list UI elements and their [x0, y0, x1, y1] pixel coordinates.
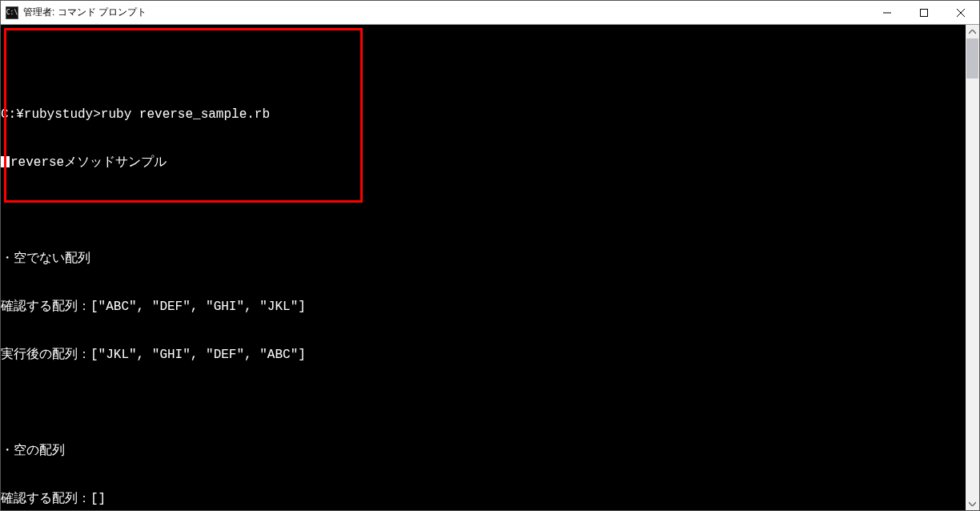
output-line: ・空でない配列 [1, 251, 965, 267]
prompt-text: C:¥rubystudy> [1, 107, 101, 122]
scroll-down-button[interactable] [966, 497, 979, 510]
vertical-scrollbar[interactable] [966, 25, 979, 510]
minimize-button[interactable] [869, 1, 906, 24]
output-line: 実行後の配列：["JKL", "GHI", "DEF", "ABC"] [1, 347, 965, 363]
output-text: 確認する配列：["ABC", "DEF", "GHI", "JKL"] [1, 300, 306, 314]
scroll-track[interactable] [966, 38, 979, 497]
block-char-icon [1, 156, 10, 167]
output-text: 確認する配列：[] [1, 492, 106, 506]
window-controls [869, 1, 979, 24]
scroll-thumb[interactable] [966, 38, 978, 78]
output-text: 実行後の配列：["JKL", "GHI", "DEF", "ABC"] [1, 348, 306, 362]
output-line [1, 395, 965, 411]
app-icon: C:\ [6, 6, 18, 19]
output-line: 確認する配列：["ABC", "DEF", "GHI", "JKL"] [1, 299, 965, 315]
client-area: C:¥rubystudy>ruby reverse_sample.rb reve… [1, 25, 979, 510]
output-line: ・空の配列 [1, 443, 965, 459]
window-title: 管理者: コマンド プロンプト [23, 6, 147, 19]
output-line: C:¥rubystudy>ruby reverse_sample.rb [1, 107, 965, 123]
output-line [1, 203, 965, 219]
scroll-up-button[interactable] [966, 25, 979, 38]
output-line [1, 58, 965, 74]
title-bar[interactable]: C:\ 管理者: コマンド プロンプト [1, 1, 979, 25]
close-button[interactable] [942, 1, 979, 24]
output-line: 確認する配列：[] [1, 491, 965, 507]
command-text: ruby reverse_sample.rb [101, 107, 270, 122]
output-text: ・空でない配列 [1, 251, 90, 266]
command-prompt-window: C:\ 管理者: コマンド プロンプト C:¥rubystudy>ruby re… [0, 0, 980, 511]
svg-rect-1 [921, 9, 928, 16]
output-text: reverseメソッドサンプル [10, 155, 167, 170]
terminal-output[interactable]: C:¥rubystudy>ruby reverse_sample.rb reve… [1, 25, 965, 510]
maximize-button[interactable] [906, 1, 942, 24]
output-line: reverseメソッドサンプル [1, 155, 965, 171]
output-text: ・空の配列 [1, 444, 65, 458]
